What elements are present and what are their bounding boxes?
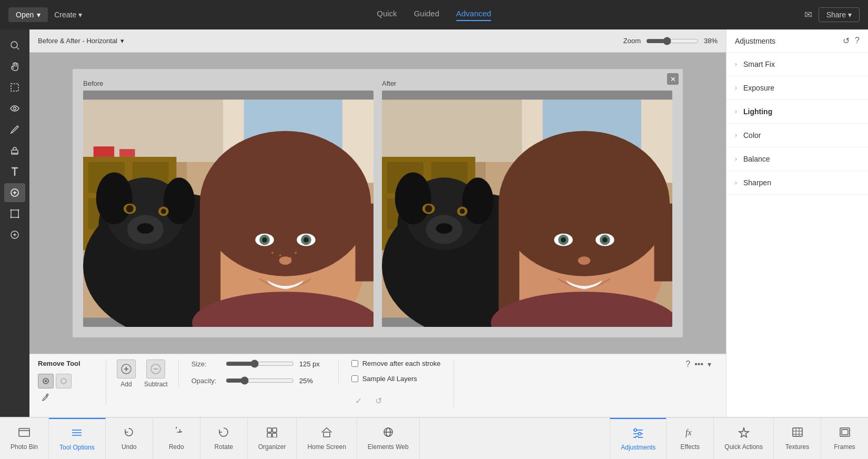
- svg-point-57: [295, 252, 297, 254]
- bottom-elements-web[interactable]: Elements Web: [357, 418, 420, 459]
- stamp-tool-button[interactable]: [4, 141, 25, 160]
- svg-point-76: [425, 205, 432, 213]
- bottom-adjustments[interactable]: Adjustments: [610, 418, 666, 459]
- bottom-quick-actions[interactable]: Quick Actions: [713, 418, 773, 459]
- zoom-area: Zoom 38%: [623, 37, 718, 45]
- sliders-section: Size: 125 px Opacity: 25%: [179, 360, 339, 385]
- organizer-icon: [266, 427, 278, 440]
- svg-rect-30: [94, 146, 114, 157]
- bottom-bar: Photo Bin Tool Options Undo Redo Rotate …: [0, 417, 868, 459]
- svg-rect-31: [119, 149, 135, 157]
- svg-rect-105: [267, 428, 271, 432]
- mail-icon[interactable]: ✉: [804, 9, 812, 21]
- bottom-tool-options[interactable]: Tool Options: [49, 418, 106, 459]
- help-adjustments-icon[interactable]: ?: [855, 36, 860, 46]
- adjustments-list: › Smart Fix › Exposure › Lighting › Colo…: [726, 53, 868, 195]
- adjustments-bottom-label: Adjustments: [621, 444, 655, 451]
- svg-rect-101: [19, 428, 29, 436]
- add-subtract-section: Add Subtract: [106, 360, 179, 388]
- expand-panel-button[interactable]: ▾: [708, 360, 711, 368]
- bottom-home-screen[interactable]: Home Screen: [297, 418, 357, 459]
- bottom-photo-bin[interactable]: Photo Bin: [0, 418, 49, 459]
- svg-point-118: [636, 436, 639, 438]
- zoom-tool-button[interactable]: [4, 36, 25, 55]
- adj-item-smart-fix[interactable]: › Smart Fix: [726, 53, 868, 76]
- effects-icon: fx: [684, 427, 696, 440]
- bottom-rotate[interactable]: Rotate: [200, 418, 248, 459]
- transform-tool-button[interactable]: [4, 204, 25, 223]
- bottom-undo[interactable]: Undo: [106, 418, 153, 459]
- home-screen-label: Home Screen: [307, 443, 346, 451]
- subtract-mode-button[interactable]: Subtract: [144, 360, 168, 388]
- redo-icon: [170, 427, 182, 440]
- marquee-tool-button[interactable]: [4, 78, 25, 97]
- hand-tool-button[interactable]: [4, 57, 25, 76]
- before-label: Before: [83, 79, 374, 87]
- eye-tool-button[interactable]: [4, 99, 25, 118]
- tab-guided[interactable]: Guided: [414, 9, 439, 21]
- share-button[interactable]: Share ▾: [819, 7, 860, 22]
- close-comparison-button[interactable]: ✕: [667, 73, 679, 85]
- add-label: Add: [120, 381, 132, 388]
- confirm-action-button[interactable]: ✓: [351, 393, 366, 408]
- sample-all-layers-checkbox[interactable]: [351, 375, 358, 382]
- zoom-slider[interactable]: [646, 37, 699, 45]
- bottom-organizer[interactable]: Organizer: [248, 418, 297, 459]
- svg-point-52: [304, 237, 309, 243]
- svg-point-73: [395, 173, 431, 225]
- svg-rect-4: [12, 150, 18, 154]
- before-photo: [83, 91, 374, 327]
- adj-item-lighting[interactable]: › Lighting: [726, 100, 868, 124]
- svg-point-56: [279, 254, 281, 256]
- brush-tool-button[interactable]: [4, 120, 25, 139]
- tool-options-bar: Remove Tool: [29, 354, 726, 417]
- zoom-label: Zoom: [623, 37, 641, 45]
- remove-after-stroke-checkbox[interactable]: [351, 360, 358, 367]
- bottom-textures[interactable]: Textures: [773, 418, 821, 459]
- tab-advanced[interactable]: Advanced: [456, 9, 491, 21]
- size-value: 125 px: [299, 360, 326, 368]
- adj-item-balance[interactable]: › Balance: [726, 147, 868, 171]
- help-button[interactable]: ?: [685, 360, 690, 369]
- size-slider[interactable]: [226, 360, 294, 368]
- bottom-redo[interactable]: Redo: [153, 418, 200, 459]
- open-button[interactable]: Open ▾: [8, 7, 48, 22]
- svg-rect-126: [842, 430, 848, 435]
- primary-brush-button[interactable]: [38, 374, 54, 388]
- chevron-right-icon: ›: [735, 61, 737, 68]
- adj-sharpen-label: Sharpen: [743, 178, 771, 187]
- remove-tool-button[interactable]: [4, 183, 25, 202]
- after-panel: After: [382, 79, 672, 327]
- after-photo: [382, 91, 672, 327]
- checkboxes-section: Remove after each stroke Sample All Laye…: [339, 360, 454, 408]
- adj-item-sharpen[interactable]: › Sharpen: [726, 171, 868, 195]
- add-tool-button[interactable]: [4, 225, 25, 244]
- svg-point-13: [18, 209, 19, 211]
- secondary-brush-button[interactable]: [56, 374, 72, 388]
- more-options-button[interactable]: •••: [694, 360, 703, 369]
- adj-item-exposure[interactable]: › Exposure: [726, 76, 868, 100]
- view-mode-select[interactable]: Before & After - Horizontal ▾: [38, 37, 124, 45]
- text-tool-button[interactable]: [4, 162, 25, 181]
- bottom-spacer: [420, 418, 610, 459]
- tab-quick[interactable]: Quick: [377, 9, 397, 21]
- create-button[interactable]: Create ▾: [54, 11, 82, 19]
- svg-rect-107: [267, 433, 271, 437]
- left-toolbar: [0, 29, 29, 417]
- frames-icon: [839, 427, 851, 440]
- opacity-slider[interactable]: [226, 376, 294, 385]
- size-label: Size:: [191, 360, 220, 368]
- reset-action-button[interactable]: ↺: [371, 393, 386, 408]
- reset-adjustments-icon[interactable]: ↺: [843, 36, 850, 46]
- bottom-effects[interactable]: fx Effects: [666, 418, 713, 459]
- adj-item-color[interactable]: › Color: [726, 124, 868, 147]
- bottom-frames[interactable]: Frames: [821, 418, 868, 459]
- svg-point-78: [460, 209, 465, 214]
- elements-web-label: Elements Web: [368, 443, 409, 451]
- mode-tabs: Quick Guided Advanced: [377, 9, 491, 21]
- add-mode-button[interactable]: Add: [117, 360, 136, 388]
- create-label: Create: [54, 11, 76, 19]
- eyedropper-button[interactable]: [38, 391, 53, 405]
- svg-point-95: [61, 378, 66, 384]
- tool-name-label: Remove Tool: [38, 360, 97, 367]
